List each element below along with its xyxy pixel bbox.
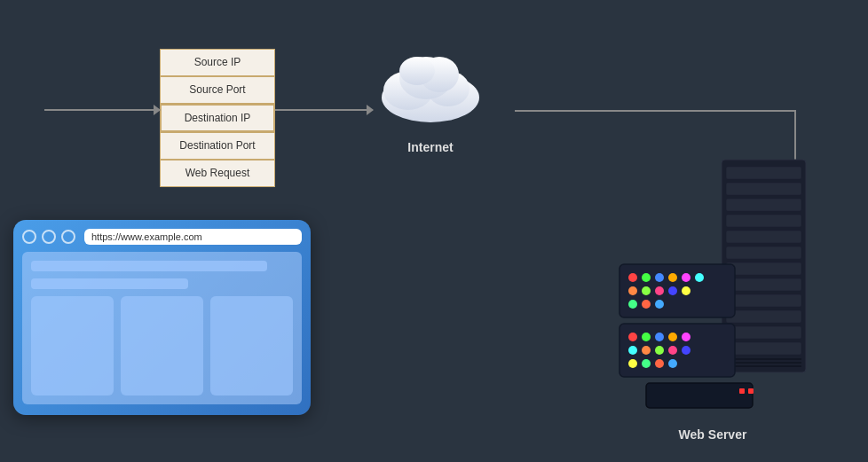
packet-info-table: Source IP Source Port Destination IP Des… <box>160 49 275 187</box>
destination-ip-row: Destination IP <box>160 104 275 133</box>
svg-point-50 <box>642 300 651 309</box>
svg-point-34 <box>642 359 651 368</box>
svg-rect-54 <box>748 388 754 394</box>
browser-col-2 <box>121 296 203 395</box>
server-rack-container: Web Server <box>597 151 828 442</box>
cloud-internet: Internet <box>351 35 510 154</box>
svg-point-29 <box>642 346 651 355</box>
source-ip-row: Source IP <box>160 49 275 76</box>
destination-port-row: Destination Port <box>160 132 275 160</box>
browser-content-bar-2 <box>31 278 188 289</box>
svg-rect-7 <box>726 167 801 179</box>
svg-point-49 <box>628 300 637 309</box>
svg-point-24 <box>642 333 651 341</box>
svg-point-38 <box>628 273 637 282</box>
svg-rect-16 <box>726 310 801 323</box>
svg-point-26 <box>668 333 677 341</box>
browser-col-3 <box>210 296 293 395</box>
svg-rect-14 <box>726 278 801 291</box>
svg-point-35 <box>655 359 664 368</box>
browser-dot-1 <box>22 230 36 244</box>
svg-point-31 <box>668 346 677 355</box>
svg-rect-52 <box>646 383 753 408</box>
svg-point-5 <box>399 57 435 85</box>
svg-point-48 <box>682 286 690 295</box>
svg-point-33 <box>628 359 637 368</box>
browser-titlebar: https://www.example.com <box>22 229 302 245</box>
svg-point-51 <box>655 300 664 309</box>
svg-point-47 <box>668 286 677 295</box>
browser-dot-3 <box>61 230 75 244</box>
svg-point-41 <box>668 273 677 282</box>
browser-address-bar[interactable]: https://www.example.com <box>84 229 302 245</box>
svg-rect-18 <box>726 342 801 355</box>
browser-dot-2 <box>42 230 56 244</box>
svg-point-45 <box>642 286 651 295</box>
svg-point-36 <box>668 359 677 368</box>
svg-point-42 <box>682 273 690 282</box>
svg-point-28 <box>628 346 637 355</box>
internet-label: Internet <box>351 140 510 154</box>
svg-rect-12 <box>726 247 801 259</box>
svg-point-43 <box>695 273 704 282</box>
svg-rect-9 <box>726 199 801 211</box>
svg-rect-53 <box>739 388 745 394</box>
svg-point-23 <box>628 333 637 341</box>
browser-columns <box>31 296 293 395</box>
source-port-row: Source Port <box>160 76 275 104</box>
arrow-browser-to-packet <box>44 109 160 111</box>
svg-rect-10 <box>726 215 801 227</box>
server-rack-icon <box>597 151 828 417</box>
svg-point-32 <box>682 346 690 355</box>
svg-rect-15 <box>726 294 801 307</box>
svg-rect-11 <box>726 231 801 243</box>
browser-content-bar-1 <box>31 261 267 271</box>
browser-content-area <box>22 252 302 404</box>
arrow-cloud-to-server-horiz <box>515 110 796 112</box>
svg-point-46 <box>655 286 664 295</box>
web-request-row: Web Request <box>160 160 275 187</box>
svg-point-39 <box>642 273 651 282</box>
cloud-icon <box>359 35 501 133</box>
svg-point-27 <box>682 333 690 341</box>
browser-col-1 <box>31 296 114 395</box>
svg-point-40 <box>655 273 664 282</box>
svg-point-30 <box>655 346 664 355</box>
svg-point-25 <box>655 333 664 341</box>
server-label: Web Server <box>597 427 828 442</box>
svg-rect-17 <box>726 326 801 339</box>
browser-window: https://www.example.com <box>13 220 311 415</box>
svg-rect-13 <box>726 262 801 275</box>
svg-rect-8 <box>726 183 801 195</box>
svg-point-44 <box>628 286 637 295</box>
